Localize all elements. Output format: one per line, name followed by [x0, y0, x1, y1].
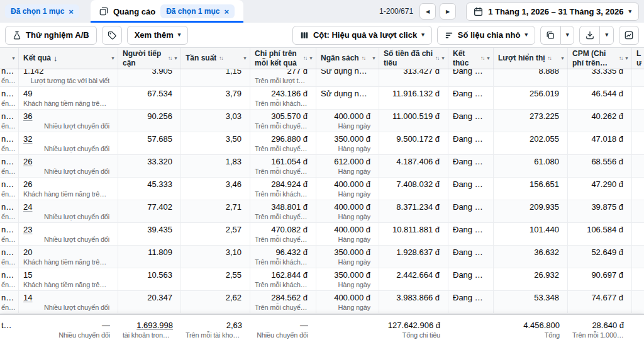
caret-down-icon: ▾ [178, 32, 181, 38]
reach-total-link[interactable]: 1.693.998 [123, 320, 173, 331]
column-header-cost_per_result[interactable]: Chi phí trên mỗi kết quả↑↓▼ [250, 48, 316, 69]
export-button[interactable] [579, 26, 599, 45]
next-icon: ▶ [446, 9, 450, 14]
frequency-cell: 1,15 [181, 69, 250, 86]
ads-selection-chip[interactable]: Đã chọn 1 mục × [160, 4, 235, 18]
column-header-budget[interactable]: Ngân sách↑↓▼ [316, 48, 379, 69]
cpm-cell: 47.290 đ [568, 178, 632, 200]
frequency-cell: 2,55 [181, 268, 250, 290]
sort-toggle-icon[interactable]: ↑↓ [362, 55, 365, 61]
clicks-cell [632, 268, 644, 290]
selection-chip-label: Đã chọn 1 mục [166, 7, 219, 16]
results-cell: 36Nhiều lượt chuyển đổi [19, 110, 118, 132]
column-filter-caret-icon[interactable]: ▼ [172, 56, 178, 60]
column-header-reach[interactable]: Người tiếp cận↑↓▼ [118, 48, 181, 69]
frequency-cell: 3,50 [181, 132, 250, 154]
cpm-cell: 33.335 đ [568, 69, 632, 86]
column-header-amount_spent[interactable]: Số tiền đã chi tiêu↑↓▼ [379, 48, 448, 69]
column-header-frequency[interactable]: Tần suất↑↓▼ [181, 48, 250, 69]
date-range-button[interactable]: 1 Tháng 1, 2026 – 31 Tháng 3, 2026 ▾ [466, 3, 639, 21]
ab-test-button[interactable]: Thử nghiệm A/B [5, 26, 97, 45]
sort-desc-icon[interactable]: ↓ [53, 54, 58, 63]
column-filter-caret-icon[interactable]: ▼ [307, 56, 313, 60]
result-link[interactable]: 24 [23, 202, 109, 212]
columns-button[interactable]: Cột: Hiệu quả và lượt click ▾ [292, 26, 432, 45]
breakdown-button[interactable]: Số liệu chia nhỏ ▾ [437, 26, 535, 45]
column-header-cpm[interactable]: CPM (Chi phí trên 1.000 lần hiển thị)↑↓▼ [568, 48, 632, 69]
close-icon[interactable]: × [69, 8, 74, 16]
prev-page-button[interactable]: ◀ [419, 3, 436, 20]
toolbar-right: Cột: Hiệu quả và lượt click ▾ Số liệu ch… [292, 26, 639, 45]
table-row[interactable]: n…ển…15Khách hàng tiềm năng trên Meta10.… [0, 268, 644, 291]
result-link[interactable]: 23 [23, 224, 109, 235]
table-row[interactable]: n…ển…20Khách hàng tiềm năng trên Meta11.… [0, 246, 644, 268]
duplicate-button[interactable] [540, 26, 560, 45]
column-filter-caret-icon[interactable]: ▼ [241, 56, 247, 60]
breakdown-icon [445, 31, 453, 40]
charts-button[interactable] [619, 26, 639, 45]
columns-icon [300, 31, 309, 40]
cpm-cell: 74.677 đ [568, 291, 632, 313]
column-header-impressions[interactable]: Lượt hiển thị↑↓▼ [494, 48, 568, 69]
table-row[interactable]: n…ển…14Nhiều lượt chuyển đổi20.3472,6228… [0, 291, 644, 314]
next-page-button[interactable]: ▶ [440, 3, 456, 20]
column-filter-caret-icon[interactable]: ▼ [9, 56, 16, 60]
result-link[interactable]: 26 [23, 156, 109, 167]
table-row[interactable]: n…ển…26Khách hàng tiềm năng trên Meta45.… [0, 178, 644, 200]
amount-spent-cell: 313.427 đ [379, 69, 448, 86]
column-header-clicks[interactable]: Lượt click (tất cả) [632, 48, 644, 69]
column-filter-caret-icon[interactable]: ▼ [109, 56, 115, 60]
clicks-cell [632, 155, 644, 177]
impressions-cell: 202.055 [494, 132, 568, 154]
sort-toggle-icon[interactable]: ↑↓ [548, 55, 552, 61]
table-row[interactable]: n…ển…1.142Lượt tương tác với bài viết3.9… [0, 69, 644, 87]
footer-name-cell: t… [0, 319, 19, 347]
campaigns-selection-chip[interactable]: Đã chọn 1 mục × [5, 4, 79, 18]
table-row[interactable]: n…ển…23Nhiều lượt chuyển đổi39.4352,5747… [0, 223, 644, 246]
duplicate-menu-button[interactable]: ▾ [560, 26, 575, 45]
tab-ads[interactable]: Quảng cáo Đã chọn 1 mục × [91, 0, 243, 23]
table-row[interactable]: n…ển…24Nhiều lượt chuyển đổi77.4022,7134… [0, 200, 644, 223]
column-filter-caret-icon[interactable]: ▼ [558, 56, 565, 60]
amount-spent-cell: 10.811.881 đ [379, 223, 448, 245]
campaign-name-cell: n…ển… [0, 268, 19, 290]
column-filter-caret-icon[interactable]: ▼ [370, 56, 376, 60]
column-filter-caret-icon[interactable]: ▼ [623, 56, 629, 60]
column-header-result[interactable]: Kết quả↓▼ [19, 48, 118, 69]
budget-cell: 400.000 đHàng ngày [316, 223, 379, 245]
close-icon[interactable]: × [225, 8, 230, 16]
frequency-cell: 2,62 [181, 291, 250, 313]
table-row[interactable]: n…ển…26Nhiều lượt chuyển đổi33.3201,8316… [0, 155, 644, 178]
export-menu-button[interactable]: ▾ [599, 26, 614, 45]
result-link[interactable]: 36 [23, 111, 109, 122]
amount-spent-cell: 11.916.132 đ [379, 87, 448, 109]
column-filter-caret-icon[interactable]: ▼ [484, 56, 491, 60]
see-more-label: Xem thêm [135, 30, 174, 40]
see-more-button[interactable]: Xem thêm ▾ [127, 26, 189, 45]
table-row[interactable]: n…ển…32Nhiều lượt chuyển đổi57.6853,5029… [0, 132, 644, 155]
sort-toggle-icon[interactable]: ↑↓ [219, 55, 223, 61]
column-header-end_date[interactable]: Kết thúc↑↓▼ [448, 48, 494, 69]
result-link[interactable]: 32 [23, 134, 109, 144]
selection-chip-label: Đã chọn 1 mục [11, 7, 64, 16]
campaign-name-cell: n…ển… [0, 155, 19, 177]
column-label: Ngân sách [321, 54, 359, 63]
budget-cell: 400.000 đHàng ngày [316, 110, 379, 132]
tag-button[interactable] [102, 26, 122, 45]
cost-per-result-cell: 305.570 đTrên mỗi chuyển đổi [250, 110, 316, 132]
end-date-cell: Đang diễn ra [448, 246, 494, 268]
table-body: n…ển…1.142Lượt tương tác với bài viết3.9… [0, 69, 644, 314]
toolbar: Thử nghiệm A/B Xem thêm ▾ Cột: Hiệu quả … [0, 23, 644, 48]
results-cell: 1.142Lượt tương tác với bài viết [19, 69, 118, 86]
column-filter-caret-icon[interactable]: ▼ [439, 56, 445, 60]
table-row[interactable]: n…ển…36Nhiều lượt chuyển đổi90.2563,0330… [0, 110, 644, 132]
campaign-name-cell: n…ển… [0, 178, 19, 200]
column-header-name[interactable]: ▼ [0, 48, 19, 69]
budget-cell: 350.000 đHàng ngày [316, 246, 379, 268]
cost-per-result-cell: 348.801 đTrên mỗi chuyển đổi [250, 200, 316, 222]
impressions-cell: 8.888 [494, 69, 568, 86]
budget-cell: 350.000 đHàng ngày [316, 132, 379, 154]
table-row[interactable]: n…ển…49Khách hàng tiềm năng trên Meta67.… [0, 87, 644, 110]
footer-end-cell [448, 319, 494, 347]
result-link[interactable]: 14 [23, 292, 109, 303]
